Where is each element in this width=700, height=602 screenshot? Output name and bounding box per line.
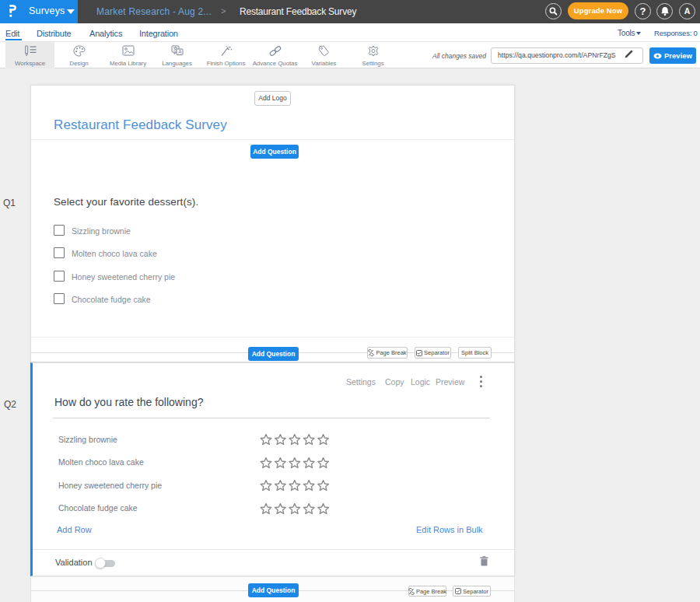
svg-text:A: A — [178, 49, 182, 54]
